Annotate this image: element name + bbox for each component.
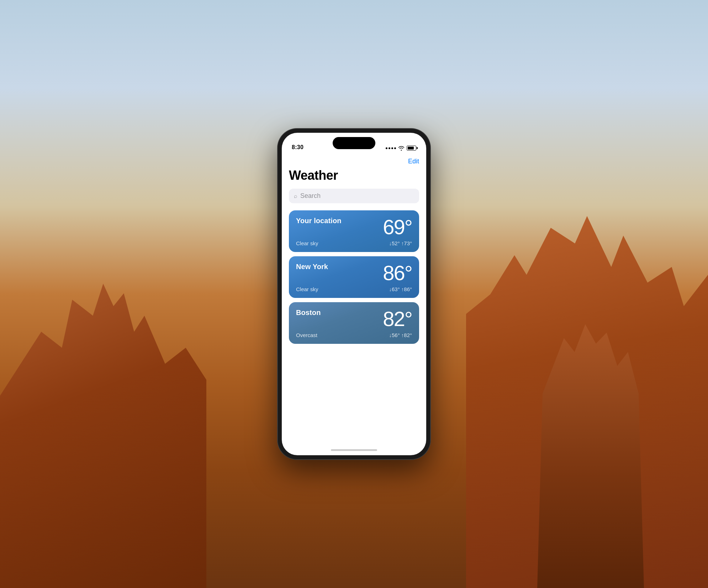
card-range-boston: ↓56° ↑82° bbox=[389, 332, 412, 338]
signal-dot-1 bbox=[386, 147, 387, 149]
wifi-icon bbox=[398, 146, 405, 151]
card-bottom-row: Overcast ↓56° ↑82° bbox=[296, 332, 412, 338]
card-temp-your-location: 69° bbox=[383, 217, 412, 237]
card-temp-new-york: 86° bbox=[383, 263, 412, 283]
search-placeholder: Search bbox=[300, 192, 321, 200]
card-bottom-row: Clear sky ↓52° ↑73° bbox=[296, 240, 412, 246]
signal-dot-3 bbox=[391, 147, 393, 149]
card-condition-boston: Overcast bbox=[296, 332, 317, 338]
card-city-new-york: New York bbox=[296, 263, 328, 271]
phone-frame: 8:30 bbox=[278, 128, 430, 460]
phone-wrapper: 8:30 bbox=[278, 128, 430, 460]
dynamic-island bbox=[333, 137, 375, 149]
home-indicator bbox=[282, 445, 426, 455]
card-condition-your-location: Clear sky bbox=[296, 240, 318, 246]
signal-icon bbox=[386, 147, 396, 149]
card-top-row: Boston 82° bbox=[296, 309, 412, 329]
rock-left bbox=[0, 268, 206, 588]
status-time: 8:30 bbox=[292, 144, 303, 151]
card-top-row: Your location 69° bbox=[296, 217, 412, 237]
search-icon: ⌕ bbox=[294, 193, 297, 199]
search-bar[interactable]: ⌕ Search bbox=[289, 189, 419, 203]
status-icons bbox=[386, 146, 416, 151]
home-bar bbox=[331, 449, 377, 451]
app-title: Weather bbox=[289, 168, 419, 183]
card-condition-new-york: Clear sky bbox=[296, 286, 318, 292]
app-content: Edit Weather ⌕ Search Your location 69° bbox=[282, 153, 426, 445]
card-top-row: New York 86° bbox=[296, 263, 412, 283]
card-city-boston: Boston bbox=[296, 309, 321, 317]
header-row: Edit bbox=[289, 156, 419, 167]
card-city-your-location: Your location bbox=[296, 217, 342, 225]
weather-card-new-york[interactable]: New York 86° Clear sky ↓63° ↑86° bbox=[289, 256, 419, 298]
phone-screen: 8:30 bbox=[282, 133, 426, 455]
weather-card-your-location[interactable]: Your location 69° Clear sky ↓52° ↑73° bbox=[289, 210, 419, 252]
signal-dot-4 bbox=[394, 147, 396, 149]
card-bottom-row: Clear sky ↓63° ↑86° bbox=[296, 286, 412, 292]
weather-card-boston[interactable]: Boston 82° Overcast ↓56° ↑82° bbox=[289, 302, 419, 344]
edit-button[interactable]: Edit bbox=[408, 156, 419, 167]
card-range-your-location: ↓52° ↑73° bbox=[389, 240, 412, 246]
weather-cards-list: Your location 69° Clear sky ↓52° ↑73° Ne… bbox=[289, 210, 419, 344]
card-temp-boston: 82° bbox=[383, 309, 412, 329]
battery-icon bbox=[407, 146, 416, 151]
card-range-new-york: ↓63° ↑86° bbox=[389, 286, 412, 292]
signal-dot-2 bbox=[389, 147, 390, 149]
battery-fill bbox=[408, 147, 414, 149]
